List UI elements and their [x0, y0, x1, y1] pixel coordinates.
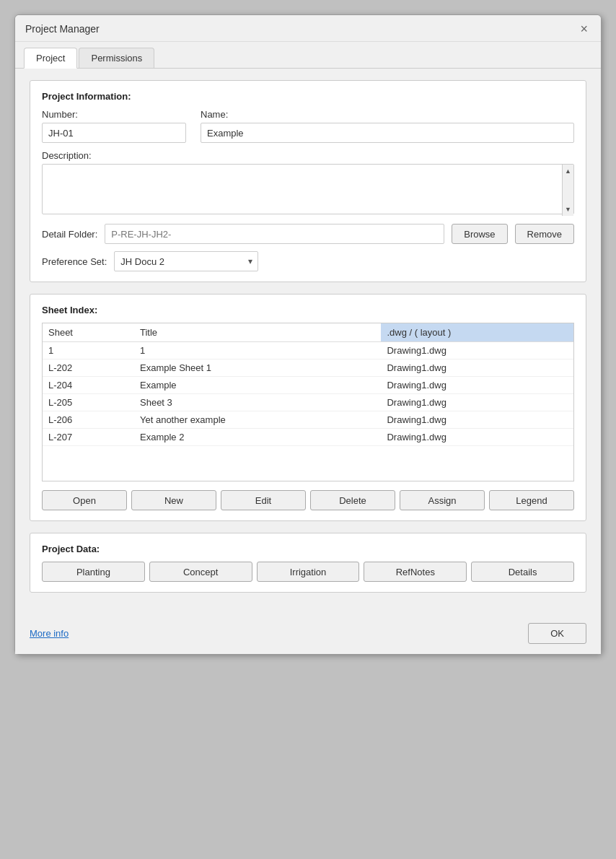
tab-permissions[interactable]: Permissions — [79, 48, 154, 68]
concept-button[interactable]: Concept — [149, 562, 252, 582]
project-info-section: Project Information: Number: Name: Descr… — [30, 80, 586, 282]
cell-dwg-1: Drawing1.dwg — [381, 359, 573, 377]
delete-button[interactable]: Delete — [310, 490, 395, 510]
sheet-index-buttons: Open New Edit Delete Assign Legend — [42, 490, 574, 510]
cell-title-4: Yet another example — [134, 411, 381, 429]
sheet-index-label: Sheet Index: — [42, 305, 574, 315]
cell-dwg-0: Drawing1.dwg — [381, 342, 573, 359]
tab-project[interactable]: Project — [24, 48, 77, 69]
refnotes-button[interactable]: RefNotes — [364, 562, 467, 582]
cell-title-1: Example Sheet 1 — [134, 359, 381, 377]
project-data-label: Project Data: — [42, 544, 574, 554]
tab-bar: Project Permissions — [15, 42, 601, 69]
col-sheet: Sheet — [43, 323, 134, 342]
more-info-link[interactable]: More info — [30, 628, 69, 639]
footer: More info OK — [15, 616, 601, 654]
cell-sheet-1: L-202 — [43, 359, 134, 377]
title-bar: Project Manager × — [15, 15, 601, 42]
irrigation-button[interactable]: Irrigation — [257, 562, 360, 582]
cell-sheet-2: L-204 — [43, 377, 134, 394]
pref-set-label: Preference Set: — [42, 256, 107, 267]
project-data-buttons: Planting Concept Irrigation RefNotes Det… — [42, 562, 574, 582]
cell-title-3: Sheet 3 — [134, 394, 381, 411]
main-content: Project Information: Number: Name: Descr… — [15, 69, 601, 616]
col-title: Title — [134, 323, 381, 342]
legend-button[interactable]: Legend — [489, 490, 574, 510]
cell-dwg-2: Drawing1.dwg — [381, 377, 573, 394]
scroll-down-arrow[interactable]: ▼ — [563, 204, 573, 214]
cell-sheet-4: L-206 — [43, 411, 134, 429]
description-label: Description: — [42, 150, 574, 161]
table-row[interactable]: L-207 Example 2 Drawing1.dwg — [43, 429, 573, 446]
table-row[interactable]: L-206 Yet another example Drawing1.dwg — [43, 411, 573, 429]
assign-button[interactable]: Assign — [400, 490, 485, 510]
scroll-up-arrow[interactable]: ▲ — [563, 166, 573, 176]
number-label: Number: — [42, 109, 186, 120]
number-input[interactable] — [42, 123, 186, 143]
cell-sheet-0: 1 — [43, 342, 134, 359]
detail-folder-label: Detail Folder: — [42, 229, 97, 240]
cell-dwg-5: Drawing1.dwg — [381, 429, 573, 446]
table-row[interactable]: 1 1 Drawing1.dwg — [43, 342, 573, 359]
planting-button[interactable]: Planting — [42, 562, 145, 582]
sheet-table-wrapper: Sheet Title .dwg / ( layout ) 1 1 Drawin… — [42, 323, 574, 481]
table-row[interactable]: L-204 Example Drawing1.dwg — [43, 377, 573, 394]
name-label: Name: — [201, 109, 574, 120]
open-button[interactable]: Open — [42, 490, 127, 510]
description-textarea[interactable] — [42, 164, 574, 214]
number-name-row: Number: Name: — [42, 109, 574, 143]
cell-sheet-3: L-205 — [43, 394, 134, 411]
details-button[interactable]: Details — [471, 562, 574, 582]
pref-set-select-wrapper: JH Docu 2 Default Custom — [114, 251, 258, 271]
cell-sheet-5: L-207 — [43, 429, 134, 446]
edit-button[interactable]: Edit — [221, 490, 306, 510]
detail-folder-input[interactable] — [105, 224, 444, 244]
table-row[interactable]: L-202 Example Sheet 1 Drawing1.dwg — [43, 359, 573, 377]
description-wrapper: ▲ ▼ — [42, 164, 574, 217]
col-dwg: .dwg / ( layout ) — [381, 323, 573, 342]
table-row[interactable]: L-205 Sheet 3 Drawing1.dwg — [43, 394, 573, 411]
project-info-label: Project Information: — [42, 91, 574, 102]
number-group: Number: — [42, 109, 186, 143]
close-button[interactable]: × — [577, 22, 591, 35]
cell-title-0: 1 — [134, 342, 381, 359]
description-group: Description: ▲ ▼ — [42, 150, 574, 217]
detail-folder-row: Detail Folder: Browse Remove — [42, 224, 574, 244]
cell-title-2: Example — [134, 377, 381, 394]
browse-button[interactable]: Browse — [452, 224, 507, 244]
sheet-index-section: Sheet Index: Sheet Title .dwg / ( layout… — [30, 294, 586, 521]
table-header-row: Sheet Title .dwg / ( layout ) — [43, 323, 573, 342]
name-input[interactable] — [201, 123, 574, 143]
ok-button[interactable]: OK — [528, 623, 586, 644]
cell-dwg-4: Drawing1.dwg — [381, 411, 573, 429]
cell-title-5: Example 2 — [134, 429, 381, 446]
pref-set-select[interactable]: JH Docu 2 Default Custom — [114, 251, 258, 271]
project-data-section: Project Data: Planting Concept Irrigatio… — [30, 533, 586, 593]
sheet-table: Sheet Title .dwg / ( layout ) 1 1 Drawin… — [43, 323, 573, 446]
name-group: Name: — [201, 109, 574, 143]
cell-dwg-3: Drawing1.dwg — [381, 394, 573, 411]
new-button[interactable]: New — [131, 490, 216, 510]
description-scrollbar: ▲ ▼ — [562, 165, 573, 216]
pref-set-row: Preference Set: JH Docu 2 Default Custom — [42, 251, 574, 271]
remove-button[interactable]: Remove — [515, 224, 574, 244]
window-title: Project Manager — [25, 23, 100, 35]
main-window: Project Manager × Project Permissions Pr… — [14, 14, 602, 655]
